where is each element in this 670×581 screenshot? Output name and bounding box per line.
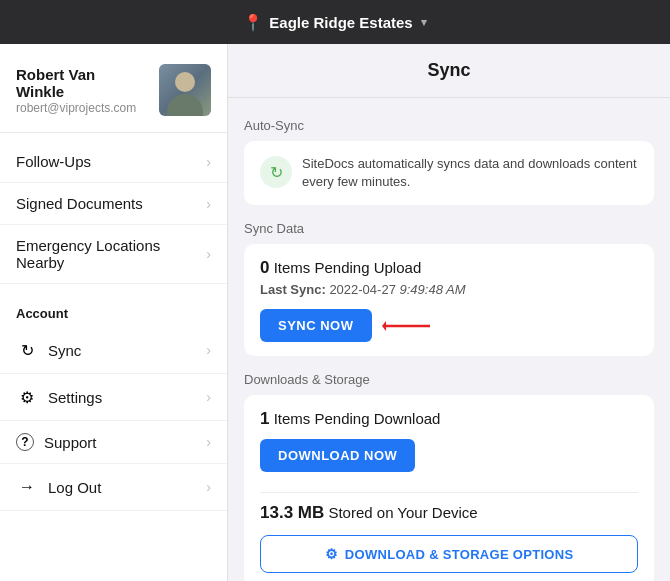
sidebar-item-support[interactable]: ? Support › <box>0 421 227 464</box>
sidebar-item-settings[interactable]: ⚙ Settings › <box>0 374 227 421</box>
downloads-section-label: Downloads & Storage <box>244 372 654 387</box>
auto-sync-card: ↻ SiteDocs automatically syncs data and … <box>244 141 654 205</box>
download-now-button[interactable]: DOWNLOAD NOW <box>260 439 415 472</box>
downloads-card: 1 Items Pending Download DOWNLOAD NOW 13… <box>244 395 654 581</box>
divider <box>260 492 638 493</box>
arrow-indicator <box>382 319 434 333</box>
chevron-right-icon: › <box>206 196 211 212</box>
sidebar-item-label: Sync <box>48 342 206 359</box>
chevron-right-icon: › <box>206 389 211 405</box>
right-panel: Sync Auto-Sync ↻ SiteDocs automatically … <box>228 44 670 581</box>
user-name: Robert Van Winkle <box>16 66 147 100</box>
location-name: Eagle Ridge Estates <box>269 14 412 31</box>
gear-icon: ⚙ <box>16 386 38 408</box>
chevron-right-icon: › <box>206 479 211 495</box>
auto-sync-section-label: Auto-Sync <box>244 118 654 133</box>
top-bar: 📍 Eagle Ridge Estates ▾ <box>0 0 670 44</box>
svg-marker-1 <box>382 321 386 331</box>
panel-body: Auto-Sync ↻ SiteDocs automatically syncs… <box>228 98 670 581</box>
red-arrow-icon <box>382 319 434 333</box>
panel-title: Sync <box>228 44 670 98</box>
sidebar-item-sync[interactable]: ↻ Sync › <box>0 327 227 374</box>
logout-icon: → <box>16 476 38 498</box>
auto-sync-description: SiteDocs automatically syncs data and do… <box>302 155 638 191</box>
sidebar-item-label: Signed Documents <box>16 195 206 212</box>
avatar-image <box>159 64 211 116</box>
sidebar-item-label: Settings <box>48 389 206 406</box>
account-section-header: Account <box>0 292 227 327</box>
main-layout: Robert Van Winkle robert@viprojects.com … <box>0 44 670 581</box>
chevron-right-icon: › <box>206 342 211 358</box>
question-icon: ? <box>16 433 34 451</box>
auto-sync-content: ↻ SiteDocs automatically syncs data and … <box>260 155 638 191</box>
sidebar-item-follow-ups[interactable]: Follow-Ups › <box>0 141 227 183</box>
user-info: Robert Van Winkle robert@viprojects.com <box>16 66 147 115</box>
sync-data-card: 0 Items Pending Upload Last Sync: 2022-0… <box>244 244 654 356</box>
chevron-down-icon: ▾ <box>421 16 427 29</box>
gear-icon: ⚙ <box>325 546 338 562</box>
chevron-right-icon: › <box>206 246 211 262</box>
sidebar-item-label: Follow-Ups <box>16 153 206 170</box>
pending-upload-count: 0 Items Pending Upload <box>260 258 638 278</box>
avatar <box>159 64 211 116</box>
nav-section: Follow-Ups › Signed Documents › Emergenc… <box>0 133 227 292</box>
sync-icon: ↻ <box>16 339 38 361</box>
sidebar-item-emergency-locations[interactable]: Emergency Locations Nearby › <box>0 225 227 284</box>
user-email: robert@viprojects.com <box>16 101 147 115</box>
storage-options-button[interactable]: ⚙ DOWNLOAD & STORAGE OPTIONS <box>260 535 638 573</box>
location-pin-icon: 📍 <box>243 13 263 32</box>
storage-options-label: DOWNLOAD & STORAGE OPTIONS <box>345 547 574 562</box>
last-sync-info: Last Sync: 2022-04-27 9:49:48 AM <box>260 282 638 297</box>
sidebar-item-label: Support <box>44 434 206 451</box>
sidebar-item-label: Emergency Locations Nearby <box>16 237 206 271</box>
sync-data-section-label: Sync Data <box>244 221 654 236</box>
location-selector[interactable]: 📍 Eagle Ridge Estates ▾ <box>243 13 426 32</box>
user-profile: Robert Van Winkle robert@viprojects.com <box>0 44 227 133</box>
sidebar-item-label: Log Out <box>48 479 206 496</box>
sidebar: Robert Van Winkle robert@viprojects.com … <box>0 44 228 581</box>
account-section: Account ↻ Sync › ⚙ Settings › ? Support … <box>0 292 227 511</box>
pending-download-count: 1 Items Pending Download <box>260 409 638 429</box>
chevron-right-icon: › <box>206 434 211 450</box>
stored-size-info: 13.3 MB Stored on Your Device <box>260 503 638 523</box>
sync-now-row: SYNC NOW <box>260 309 638 342</box>
sidebar-item-signed-documents[interactable]: Signed Documents › <box>0 183 227 225</box>
sidebar-item-logout[interactable]: → Log Out › <box>0 464 227 511</box>
auto-sync-icon: ↻ <box>260 156 292 188</box>
sync-now-button[interactable]: SYNC NOW <box>260 309 372 342</box>
chevron-right-icon: › <box>206 154 211 170</box>
